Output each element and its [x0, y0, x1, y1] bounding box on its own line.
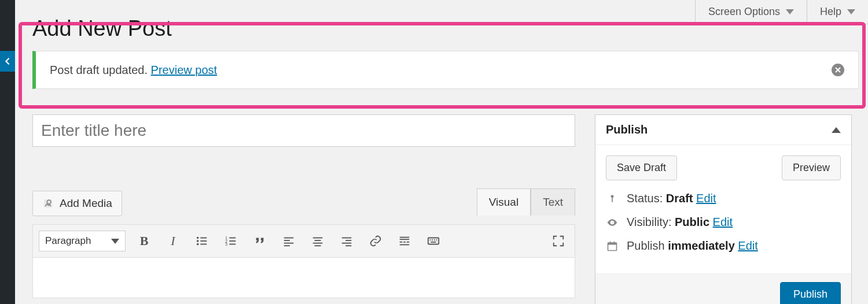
status-value: Draft — [666, 192, 693, 205]
svg-point-3 — [197, 240, 199, 242]
svg-rect-15 — [284, 243, 294, 244]
editor-toolbar: Paragraph B I 123 — [32, 224, 575, 258]
help-button[interactable]: Help — [807, 0, 868, 24]
admin-menu-strip — [0, 0, 15, 304]
save-draft-button[interactable]: Save Draft — [606, 155, 677, 180]
calendar-icon — [606, 240, 619, 252]
help-label: Help — [820, 6, 841, 18]
collapse-menu-tab[interactable] — [0, 51, 15, 72]
align-right-button[interactable] — [336, 231, 357, 251]
screen-options-button[interactable]: Screen Options — [695, 0, 807, 24]
format-select[interactable]: Paragraph — [39, 231, 126, 251]
edit-status-link[interactable]: Edit — [696, 192, 716, 205]
svg-rect-20 — [315, 245, 321, 246]
align-right-icon — [340, 235, 353, 247]
svg-rect-35 — [436, 239, 437, 240]
svg-rect-4 — [200, 240, 207, 242]
svg-rect-23 — [342, 243, 352, 244]
tab-text[interactable]: Text — [531, 188, 575, 216]
svg-point-39 — [611, 221, 613, 223]
blockquote-button[interactable] — [249, 231, 270, 251]
toolbar-toggle-button[interactable] — [423, 231, 444, 251]
svg-rect-21 — [342, 238, 352, 239]
bullet-list-icon — [196, 235, 208, 247]
screen-options-label: Screen Options — [708, 6, 780, 18]
status-row: Status: Draft Edit — [606, 192, 841, 205]
status-label: Status: — [627, 192, 663, 205]
svg-rect-43 — [614, 241, 615, 243]
read-more-button[interactable] — [394, 231, 415, 251]
link-icon — [369, 235, 382, 247]
svg-rect-12 — [229, 244, 236, 245]
publish-heading: Publish — [606, 123, 648, 136]
align-left-icon — [282, 235, 295, 247]
svg-rect-28 — [403, 242, 406, 243]
fullscreen-icon — [552, 235, 565, 247]
numbered-list-button[interactable]: 123 — [220, 231, 241, 251]
schedule-value: immediately — [668, 239, 735, 252]
publish-header[interactable]: Publish — [595, 115, 851, 145]
visibility-value: Public — [675, 216, 709, 228]
schedule-row: Publish immediately Edit — [606, 239, 841, 253]
numbered-list-icon: 123 — [225, 235, 237, 247]
keyboard-icon — [427, 235, 440, 247]
dismiss-notice-button[interactable] — [832, 64, 844, 76]
fullscreen-button[interactable] — [548, 231, 569, 251]
svg-rect-18 — [315, 240, 321, 241]
align-left-button[interactable] — [278, 231, 299, 251]
svg-rect-33 — [432, 239, 433, 240]
svg-rect-16 — [284, 245, 290, 246]
svg-rect-34 — [434, 239, 435, 240]
bullet-list-button[interactable] — [192, 231, 212, 251]
page-title: Add New Post — [32, 16, 172, 41]
update-notice: Post draft updated. Preview post — [32, 51, 859, 89]
link-button[interactable] — [365, 231, 386, 251]
svg-rect-25 — [400, 237, 410, 238]
svg-rect-8 — [229, 238, 236, 239]
chevron-down-icon — [786, 9, 794, 14]
editor-content-area[interactable] — [32, 258, 575, 298]
close-icon — [835, 67, 841, 73]
svg-rect-19 — [313, 243, 323, 244]
chevron-down-icon — [111, 239, 119, 244]
svg-rect-27 — [400, 242, 403, 243]
pin-icon — [606, 193, 619, 205]
preview-post-link[interactable]: Preview post — [151, 64, 218, 76]
editor-wrap: Add Media Visual Text Paragraph B I 123 — [32, 191, 575, 298]
chevron-down-icon — [847, 9, 855, 14]
svg-rect-26 — [400, 239, 410, 240]
edit-schedule-link[interactable]: Edit — [738, 239, 757, 252]
svg-rect-6 — [200, 244, 207, 245]
svg-rect-29 — [407, 242, 410, 243]
svg-rect-32 — [430, 239, 431, 240]
visibility-row: Visibility: Public Edit — [606, 216, 841, 229]
schedule-label: Publish — [627, 239, 665, 252]
post-title-input[interactable] — [32, 114, 575, 147]
svg-rect-42 — [610, 241, 611, 243]
align-center-button[interactable] — [307, 231, 328, 251]
format-value: Paragraph — [45, 235, 91, 247]
publish-button[interactable]: Publish — [780, 282, 841, 304]
svg-rect-24 — [345, 245, 351, 246]
align-center-icon — [311, 235, 324, 247]
top-right-controls: Screen Options Help — [695, 0, 868, 24]
svg-rect-31 — [428, 238, 439, 244]
svg-rect-38 — [612, 197, 613, 202]
bold-button[interactable]: B — [134, 231, 155, 251]
svg-point-1 — [197, 237, 199, 239]
italic-button[interactable]: I — [163, 231, 183, 251]
svg-rect-2 — [200, 238, 207, 239]
tab-visual[interactable]: Visual — [477, 188, 531, 216]
edit-visibility-link[interactable]: Edit — [713, 216, 733, 228]
media-icon — [42, 198, 54, 209]
svg-rect-14 — [284, 240, 290, 241]
editor-tabs: Visual Text — [477, 188, 575, 216]
svg-rect-10 — [229, 240, 236, 242]
quote-icon — [253, 235, 266, 247]
add-media-button[interactable]: Add Media — [32, 191, 122, 216]
preview-button[interactable]: Preview — [782, 155, 841, 180]
notice-message: Post draft updated. — [50, 64, 148, 76]
svg-rect-22 — [345, 240, 351, 241]
add-media-label: Add Media — [60, 197, 112, 210]
svg-rect-30 — [400, 244, 410, 246]
